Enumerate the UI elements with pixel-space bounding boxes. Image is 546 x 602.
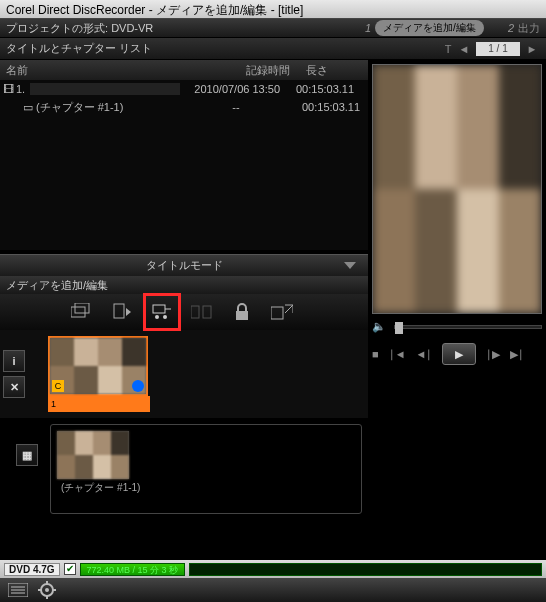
next-page-icon[interactable]: ► (524, 41, 540, 57)
project-format-value: DVD-VR (111, 22, 153, 34)
settings-icon[interactable] (38, 581, 56, 599)
step-1-num: 1 (365, 22, 371, 34)
step-fwd-button[interactable]: ∣▶ (486, 348, 500, 361)
transport-controls: ■ ∣◄ ◄∣ ▶ ∣▶ ▶∣ (372, 343, 542, 365)
delete-button[interactable]: ✕ (3, 376, 25, 398)
footer-toolbar (0, 578, 546, 602)
seek-slider[interactable] (394, 325, 542, 329)
film-icon: 🎞 (0, 83, 16, 95)
preview-pane (372, 64, 542, 314)
disk-type-label[interactable]: DVD 4.7G (4, 563, 60, 576)
play-button[interactable]: ▶ (442, 343, 476, 365)
mode-bar[interactable]: タイトルモード (0, 254, 368, 276)
page-indicator: 1 / 1 (476, 42, 520, 56)
svg-point-4 (155, 315, 159, 319)
chapter-icon: ▭ (20, 101, 36, 114)
svg-rect-7 (203, 306, 211, 318)
svg-rect-8 (236, 311, 248, 320)
prev-page-icon[interactable]: ◄ (456, 41, 472, 57)
disk-usage-row: DVD 4.7G ✔ 772.40 MB / 15 分 3 秒 (0, 560, 546, 578)
svg-rect-1 (75, 303, 89, 313)
step-2-label[interactable]: 出力 (518, 21, 540, 36)
row-date: 2010/07/06 13:50 (180, 83, 290, 95)
mode-bar-label: タイトルモード (146, 258, 223, 273)
project-header: プロジェクトの形式: DVD-VR 1 メディアを追加/編集 2 出力 (0, 18, 546, 38)
clip-badge-play-icon (132, 380, 144, 392)
chapter-length: 00:15:03.11 (296, 101, 368, 113)
chapter-thumbnail[interactable] (57, 431, 129, 479)
col-name: 名前 (0, 63, 190, 78)
cart-icon[interactable] (150, 300, 174, 324)
grid-header: 名前 記録時間 長さ (0, 60, 368, 80)
clip-index: 1 (51, 399, 56, 409)
window-title: Corel Direct DiscRecorder - メディアを追加/編集 -… (6, 3, 303, 17)
chapter-caption: (チャプター #1-1) (57, 479, 355, 497)
text-tool-icon[interactable]: T (440, 41, 456, 57)
add-media-icon[interactable] (70, 300, 94, 324)
title-row[interactable]: 🎞 1. 2010/07/06 13:50 00:15:03.11 (0, 80, 368, 98)
info-button[interactable]: i (3, 350, 25, 372)
svg-rect-6 (191, 306, 199, 318)
clip-1[interactable]: C 1 (48, 336, 150, 412)
svg-rect-0 (71, 307, 85, 317)
volume-icon[interactable]: 🔈 (372, 320, 386, 333)
clip-badge-c: C (52, 380, 64, 392)
chapter-delete-button[interactable]: ▦ (16, 444, 38, 466)
stop-button[interactable]: ■ (372, 348, 379, 360)
window-titlebar: Corel Direct DiscRecorder - メディアを追加/編集 -… (0, 0, 546, 18)
step-1-label[interactable]: メディアを追加/編集 (375, 20, 484, 36)
chapter-row[interactable]: ▭ (チャプター #1-1) -- 00:15:03.11 (0, 98, 368, 116)
media-add-label: メディアを追加/編集 (6, 279, 108, 291)
svg-point-15 (45, 588, 49, 592)
disk-usage-bar-empty (189, 563, 542, 576)
title-name-blurred (30, 83, 180, 95)
prev-button[interactable]: ∣◄ (389, 348, 406, 361)
chapter-group: ▦ (チャプター #1-1) (50, 424, 362, 514)
chapter-date: -- (186, 101, 296, 113)
col-length: 長さ (300, 63, 368, 78)
next-button[interactable]: ▶∣ (510, 348, 524, 361)
step-back-button[interactable]: ◄∣ (416, 348, 433, 361)
titles-subheader: タイトルとチャプター リスト T ◄ 1 / 1 ► (0, 38, 546, 60)
lock-icon[interactable] (230, 300, 254, 324)
svg-rect-2 (114, 304, 124, 318)
svg-point-5 (163, 315, 167, 319)
chapter-name: (チャプター #1-1) (36, 100, 186, 115)
chapters-icon[interactable] (190, 300, 214, 324)
row-length: 00:15:03.11 (290, 83, 368, 95)
project-format-label: プロジェクトの形式: (6, 21, 108, 36)
title-thumb-row: i ✕ C 1 (0, 330, 368, 418)
disk-check-icon[interactable]: ✔ (64, 563, 76, 575)
svg-rect-3 (153, 305, 165, 313)
titles-list-label: タイトルとチャプター リスト (6, 41, 152, 56)
import-disc-icon[interactable] (110, 300, 134, 324)
project-list-icon[interactable] (8, 583, 28, 597)
row-index: 1. (16, 83, 30, 95)
col-recorded: 記録時間 (190, 63, 300, 78)
step-2-num: 2 (508, 22, 514, 34)
clip-strip: 1 (48, 396, 150, 412)
media-add-header: メディアを追加/編集 (0, 276, 368, 294)
svg-rect-9 (271, 307, 283, 319)
media-toolbar (0, 294, 368, 330)
disk-usage-text: 772.40 MB / 15 分 3 秒 (80, 563, 186, 576)
dropdown-icon (344, 262, 356, 269)
export-icon[interactable] (270, 300, 294, 324)
